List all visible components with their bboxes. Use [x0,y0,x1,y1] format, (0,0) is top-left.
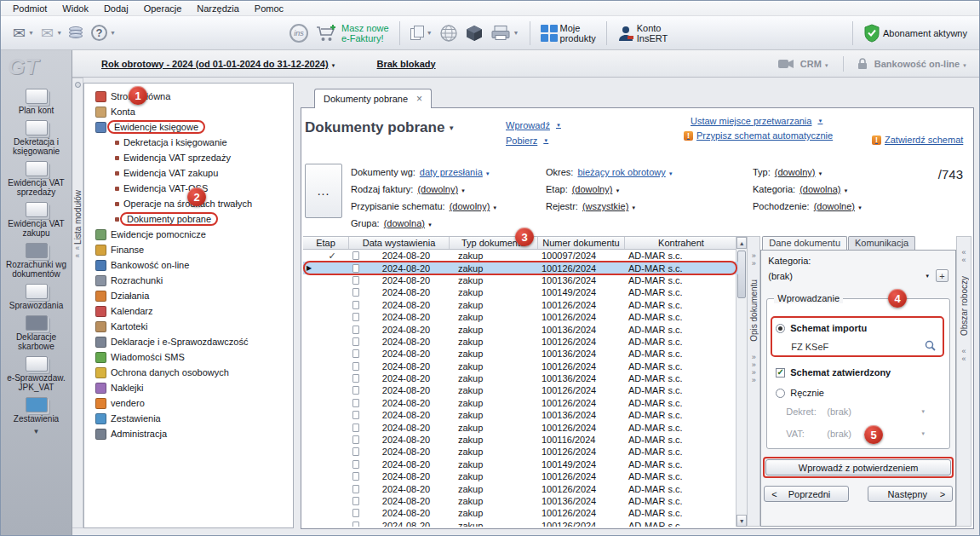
tree-item[interactable]: vendero [84,395,293,411]
tree-item[interactable]: Strona główna [84,89,293,104]
tree-item[interactable]: Finanse [84,242,293,257]
tree-item[interactable]: Naklejki [84,380,293,395]
module-rail-item[interactable]: Plan kont [1,86,72,118]
scroll-thumb[interactable] [737,251,746,298]
schemat-value-field[interactable]: FZ KSeF [791,342,828,352]
scroll-up-button[interactable] [736,237,747,249]
online-button[interactable] [436,21,461,45]
tree-item[interactable]: Wiadomości SMS [84,349,293,365]
module-rail-item[interactable]: Deklaracje skarbowe [1,313,72,354]
table-row[interactable]: 2024-08-20 zakup 100149/2024 AD-MAR s.c. [303,286,738,298]
filter-dropdown[interactable]: (wszystkie) [582,201,636,211]
column-header[interactable]: Data wystawienia [349,237,450,249]
tab-dokumenty-pobrane[interactable]: Dokumenty pobrane × [314,89,432,108]
brak-blokady-link[interactable]: Brak blokady [377,59,436,69]
module-rail-item[interactable]: Ewidencja VAT zakupu [1,199,72,240]
tree-item[interactable]: Dekretacja i księgowanie [84,135,293,150]
table-row[interactable]: 2024-08-20 zakup 100126/2024 AD-MAR s.c. [303,397,738,409]
table-row[interactable]: 2024-08-20 zakup 100136/2024 AD-MAR s.c. [303,409,738,421]
filter-dropdown[interactable]: (dowolna) [384,218,433,228]
menu-item[interactable]: Widok [55,3,95,14]
nastepny-button[interactable]: Następny> [868,486,953,502]
tree-item[interactable]: Bankowość on-line [84,257,293,273]
wprowadz-link[interactable]: Wprowadź [506,120,561,130]
menu-item[interactable]: Podmiot [6,3,54,14]
tree-item[interactable]: Ochrona danych osobowych [84,365,293,380]
mail-button[interactable]: ✉ ▼ [37,23,66,43]
devices-button[interactable]: ▼ [487,22,523,44]
send-mail-button[interactable]: ✉ ▼ [9,23,37,43]
module-rail-item[interactable]: e-Sprawozdaw. JPK_VAT [1,354,72,395]
page-title[interactable]: Dokumenty pobrane [305,119,455,136]
table-row[interactable]: 2024-08-20 zakup 100126/2024 AD-MAR s.c. [303,262,738,274]
schemat-zatwierdzony-checkbox[interactable]: Schemat zatwierdzony [776,367,891,378]
tree-item[interactable]: Ewidencja VAT zakupu [84,165,293,181]
more-filters-button[interactable]: ... [305,164,342,218]
table-row[interactable]: 2024-08-20 zakup 100126/2024 AD-MAR s.c. [303,360,738,372]
table-row[interactable]: 2024-08-20 zakup 100126/2024 AD-MAR s.c. [303,311,738,323]
tree-item[interactable]: Zestawienia [84,411,293,426]
scroll-down-button[interactable] [736,515,747,527]
table-row[interactable]: 2024-08-20 zakup 100136/2024 AD-MAR s.c. [303,495,738,507]
details-tab[interactable]: Komunikacja [848,236,915,250]
tree-item[interactable]: Rozrachunki [84,273,293,288]
details-tab[interactable]: Dane dokumentu [762,236,847,250]
tree-item[interactable]: Dokumenty pobrane [84,211,293,227]
table-row[interactable]: 2024-08-20 zakup 100136/2024 AD-MAR s.c. [303,348,738,360]
bankowosc-dropdown[interactable]: Bankowość on-line [874,59,967,69]
table-row[interactable]: 2024-08-20 zakup 100149/2024 AD-MAR s.c. [303,458,738,470]
column-header[interactable]: Kontrahent [625,237,738,249]
close-icon[interactable]: × [416,93,422,105]
insert-services-button[interactable]: ins [286,21,312,45]
column-header[interactable]: Etap [303,237,349,249]
tree-item[interactable]: Działania [84,288,293,303]
dekret-dropdown[interactable]: (brak) [827,406,926,417]
menu-item[interactable]: Operacje [137,3,189,14]
poprzedni-button[interactable]: <Poprzedni [764,486,849,502]
table-row[interactable]: 2024-08-20 zakup 100136/2024 AD-MAR s.c. [303,274,738,286]
tree-item[interactable]: Konta [84,104,293,119]
table-row[interactable]: 2024-08-20 zakup 100136/2024 AD-MAR s.c. [303,323,738,335]
menu-item[interactable]: Pomoc [248,3,290,14]
obszar-roboczy-strip[interactable]: « « Obszar roboczy « « [956,236,971,527]
module-rail-item[interactable]: Zestawienia [1,395,72,426]
filter-dropdown[interactable]: (dowolny) [572,184,621,194]
tree-item[interactable]: Ewidencje księgowe [84,119,293,135]
table-row[interactable]: 2024-08-20 zakup 100126/2024 AD-MAR s.c. [303,421,738,433]
menu-item[interactable]: Dodaj [97,3,135,14]
wprowadz-z-potwierdzeniem-button[interactable]: Wprowadź z potwierdzeniem [765,459,951,475]
filter-dropdown[interactable]: (dowolne) [814,201,863,211]
tree-item[interactable]: Kalendarz [84,303,293,319]
filter-dropdown[interactable]: daty przesłania [420,167,490,177]
przypisz-schemat-link[interactable]: ! Przypisz schemat automatycznie [684,130,833,141]
magnifier-icon[interactable] [925,340,936,351]
filter-dropdown[interactable]: (dowolna) [799,184,848,194]
kategoria-dropdown[interactable]: (brak) [768,271,930,281]
vertical-scrollbar[interactable] [736,237,747,527]
recznie-radio[interactable]: Ręcznie [776,388,824,398]
pobierz-link[interactable]: Pobierz [506,135,548,146]
help-button[interactable]: ? ▼ [88,22,119,43]
table-row[interactable]: 2024-08-20 zakup 100126/2024 AD-MAR s.c. [303,482,738,494]
table-row[interactable]: 2024-08-20 zakup 100126/2024 AD-MAR s.c. [303,520,738,527]
module-rail-item[interactable]: Sprawozdania [1,281,72,313]
crm-dropdown[interactable]: CRM [800,59,829,69]
schemat-importu-radio[interactable]: Schemat importu [776,323,867,333]
efaktury-button[interactable]: Masz nowee-Faktury! [312,20,393,46]
table-row[interactable]: 2024-08-20 zakup 100136/2024 AD-MAR s.c. [303,372,738,384]
table-row[interactable]: 2024-08-20 zakup 100126/2024 AD-MAR s.c. [303,446,738,458]
tree-item[interactable]: Ewidencje pomocnicze [84,227,293,242]
ustaw-miejsce-link[interactable]: Ustaw miejsce przetwarzania [691,116,822,126]
more-modules-chevron-icon[interactable]: ▼ [33,428,40,435]
table-row[interactable]: 2024-08-20 zakup 100126/2024 AD-MAR s.c. [303,299,738,311]
module-rail-item[interactable]: Dekretacja i księgowanie [1,118,72,158]
table-row[interactable]: 2024-08-20 zakup 100116/2024 AD-MAR s.c. [303,434,738,446]
filter-dropdown[interactable]: bieżący rok obrotowy [577,167,673,177]
filter-dropdown[interactable]: (dowolny) [450,201,498,211]
tree-item[interactable]: Kartoteki [84,319,293,334]
finance-stack-button[interactable] [66,24,88,43]
table-row[interactable]: 2024-08-20 zakup 100126/2024 AD-MAR s.c. [303,384,738,396]
menu-item[interactable]: Narzędzia [190,3,246,14]
zatwierdz-schemat-link[interactable]: ! Zatwierdź schemat [872,135,963,145]
add-category-button[interactable]: + [936,269,948,282]
